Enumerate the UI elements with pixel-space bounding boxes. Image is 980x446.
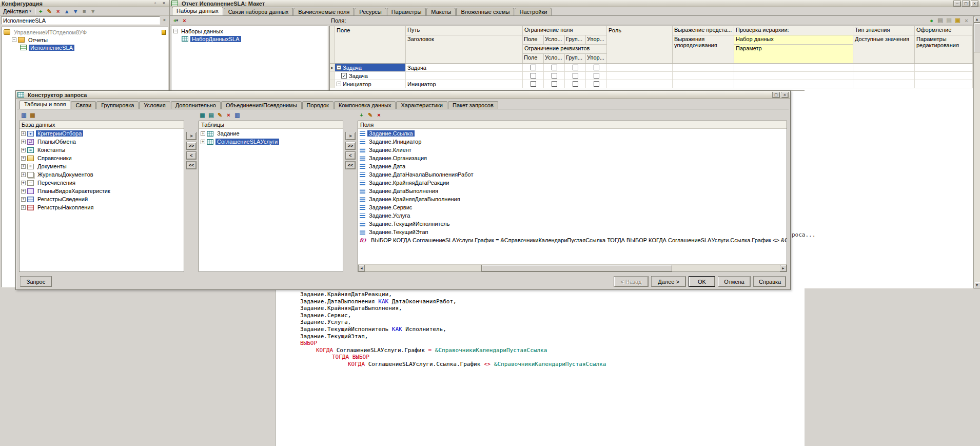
column-header-hierarchy-param[interactable]: Параметр <box>734 45 853 63</box>
scroll-down-icon[interactable] <box>974 282 980 288</box>
restriction-subcol-header[interactable]: Упор... <box>586 35 606 44</box>
show-order-icon[interactable]: ▥ <box>20 111 28 119</box>
field-cell[interactable]: −Задача <box>335 64 406 72</box>
query-builder-tab[interactable]: Пакет запросов <box>448 101 498 109</box>
column-header-path[interactable]: Путь <box>406 26 522 35</box>
expand-icon[interactable]: + <box>201 131 205 136</box>
delete-dataset-icon[interactable]: × <box>181 17 188 24</box>
restriction-cell[interactable] <box>586 80 607 88</box>
column-header-appearance[interactable]: Оформление <box>915 26 972 35</box>
column-header-expression[interactable]: Выражение предста... <box>673 26 734 35</box>
report-tab[interactable]: Наборы данных <box>172 7 223 15</box>
virtual-table-params-icon[interactable]: ▥ <box>233 111 241 119</box>
expand-icon[interactable]: + <box>21 197 26 202</box>
restriction-cell[interactable] <box>544 80 565 88</box>
move-up-icon[interactable]: ▲ <box>63 8 71 15</box>
restore-button[interactable]: □ <box>962 1 970 7</box>
report-tab[interactable]: Макеты <box>426 8 456 15</box>
edit-field-icon[interactable]: ✎ <box>366 111 374 119</box>
query-field-item[interactable]: Задание.Сервис <box>358 203 787 211</box>
scroll-right-icon[interactable] <box>780 265 787 272</box>
horizontal-scrollbar[interactable] <box>358 264 787 272</box>
query-field-item[interactable]: Задание.Ссылка <box>358 129 787 138</box>
restriction-subcol-header[interactable]: Груп... <box>565 35 586 44</box>
restriction-checkbox[interactable] <box>531 73 536 79</box>
move-all-right-button[interactable]: >> <box>345 142 356 150</box>
restriction-cell[interactable] <box>586 64 607 72</box>
query-builder-tab[interactable]: Связи <box>71 101 96 109</box>
query-field-item[interactable]: Задание.Организация <box>358 154 787 162</box>
modify-icon[interactable]: ✎ <box>46 8 53 15</box>
restriction-cell[interactable] <box>565 64 586 72</box>
query-field-item[interactable]: Задание.ДатаВыполнения <box>358 187 787 195</box>
move-right-button[interactable]: > <box>345 132 356 140</box>
help-button[interactable]: Справка <box>753 276 786 287</box>
query-field-item[interactable]: Задание.Услуга <box>358 211 787 220</box>
scroll-thumb[interactable] <box>481 265 672 272</box>
fields-grid-row[interactable]: ✓Задача <box>330 72 973 80</box>
add-field-icon[interactable]: + <box>358 111 365 119</box>
expand-icon[interactable]: + <box>21 205 26 210</box>
expand-icon[interactable]: + <box>21 156 26 161</box>
report-tab[interactable]: Настройки <box>515 8 552 15</box>
column-header-edit-params[interactable]: Параметры редактирования <box>915 35 972 63</box>
restriction-cell[interactable] <box>523 64 544 72</box>
report-tab[interactable]: Параметры <box>387 8 426 15</box>
restriction-subcol-header[interactable]: Усло... <box>544 35 565 44</box>
delete-icon[interactable]: × <box>54 8 62 15</box>
restriction-cell[interactable] <box>565 72 586 80</box>
dialog-close-button[interactable]: × <box>781 92 789 98</box>
move-all-left-button[interactable]: << <box>345 161 356 169</box>
restriction-cell[interactable] <box>565 80 586 88</box>
search-clear-icon[interactable]: × <box>161 17 168 24</box>
collapse-icon[interactable]: − <box>337 65 341 70</box>
database-item[interactable]: +Документы <box>19 162 184 170</box>
report-window-titlebar[interactable]: Отчет ИсполнениеSLA: Макет – □ × <box>170 0 980 7</box>
move-all-left-button[interactable]: << <box>186 161 197 169</box>
config-tree-item[interactable]: −Отчеты <box>2 36 168 44</box>
sort-icon[interactable]: ≡ <box>81 8 88 15</box>
database-item[interactable]: +ПланыОбмена <box>19 138 184 146</box>
minimize-button[interactable]: – <box>953 1 961 7</box>
new-item-icon[interactable]: ▤ <box>936 17 944 24</box>
config-titlebar[interactable]: Конфигурация ▫ × <box>0 0 169 7</box>
datasets-tree-item[interactable]: −Наборы данных <box>171 27 327 35</box>
restriction-checkbox[interactable] <box>552 73 557 79</box>
column-header-field-restriction[interactable]: Ограничение поля <box>523 26 606 35</box>
dialog-titlebar[interactable]: Конструктор запроса □ × <box>16 91 790 99</box>
restriction-checkbox[interactable] <box>594 73 599 79</box>
config-search-input[interactable] <box>1 16 160 25</box>
report-tab[interactable]: Связи наборов данных <box>224 8 293 15</box>
query-builder-tab[interactable]: Объединения/Псевдонимы <box>221 101 302 109</box>
back-button[interactable]: < Назад <box>614 276 649 287</box>
report-tab[interactable]: Вложенные схемы <box>456 8 514 15</box>
expand-icon[interactable]: + <box>21 181 26 185</box>
database-item[interactable]: +ПланыВидовХарактеристик <box>19 187 184 195</box>
database-item[interactable]: +РегистрыСведений <box>19 195 184 203</box>
query-builder-tab[interactable]: Таблицы и поля <box>19 100 70 109</box>
expand-icon[interactable]: + <box>21 189 26 193</box>
restriction-subcol-header[interactable]: Груп... <box>565 54 586 63</box>
database-item[interactable]: +ЖурналыДокументов <box>19 170 184 179</box>
column-header-field[interactable]: Поле <box>335 26 406 63</box>
fields-grid-row[interactable]: −ИнициаторИнициатор <box>330 80 973 88</box>
edit-table-icon[interactable]: ✎ <box>216 111 224 119</box>
query-builder-tab[interactable]: Дополнительно <box>171 101 221 109</box>
expand-icon[interactable]: + <box>201 140 205 144</box>
delete-item-icon[interactable]: × <box>963 17 970 24</box>
move-all-right-button[interactable]: >> <box>186 142 197 150</box>
restriction-checkbox[interactable] <box>531 65 536 70</box>
restriction-checkbox[interactable] <box>531 81 536 87</box>
pin-icon[interactable]: ▫ <box>151 1 159 7</box>
scroll-thumb[interactable] <box>974 23 980 52</box>
query-field-item[interactable]: f()ВЫБОР КОГДА СоглашениеSLAУслуги.Графи… <box>358 236 787 244</box>
delete-field-icon[interactable]: × <box>375 111 383 119</box>
column-header-attribute-restriction[interactable]: Ограничение реквизитов <box>523 45 606 54</box>
query-field-item[interactable]: Задание.ТекущийЭтап <box>358 228 787 236</box>
expand-icon[interactable]: + <box>21 172 26 177</box>
config-tree-item[interactable]: УправлениеИТОтделом8УФ <box>2 28 168 36</box>
query-text[interactable]: Задание.КрайняяДатаРеакции,Задание.ДатаВ… <box>276 291 805 368</box>
add-folder-icon[interactable]: ▣ <box>954 17 962 24</box>
move-right-button[interactable]: > <box>186 132 197 140</box>
move-left-button[interactable]: < <box>345 151 356 160</box>
